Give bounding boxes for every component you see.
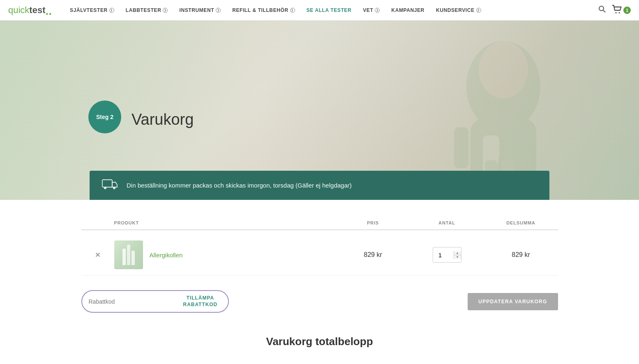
cart-actions: TILLÄMPARABATTKOD UPPDATERA VARUKORG — [81, 284, 558, 319]
nav-item-refill[interactable]: REFILL & TILLBEHÖR ❯ — [226, 0, 301, 21]
chevron-down-icon: ❯ — [163, 8, 168, 13]
nav-item-självtester[interactable]: SJÄLVTESTER ❯ — [64, 0, 120, 21]
main-nav: SJÄLVTESTER ❯ LABBTESTER ❯ INSTRUMENT ❯ … — [64, 0, 598, 21]
col-header-produkt: PRODUKT — [114, 220, 336, 225]
thumb-tube — [127, 245, 130, 265]
step-label: Steg 2 — [96, 114, 113, 120]
nav-label: SE ALLA TESTER — [307, 7, 352, 13]
main-content: PRODUKT PRIS ANTAL DELSUMMA ✕ Allergikol… — [73, 200, 566, 364]
nav-item-instrument[interactable]: INSTRUMENT ❯ — [173, 0, 226, 21]
svg-point-6 — [479, 41, 528, 98]
cart-button[interactable]: 1 — [612, 5, 631, 16]
table-row: ✕ Allergikollen 829 kr ▲ ▼ 829 — [81, 234, 558, 276]
chevron-down-icon: ❯ — [109, 8, 114, 13]
cart-total-section: Varukorg totalbelopp — [81, 335, 558, 348]
thumb-tube — [122, 249, 126, 265]
quantity-input[interactable] — [433, 252, 454, 259]
truck-icon — [102, 178, 118, 192]
coupon-input[interactable] — [89, 298, 179, 305]
quantity-up-arrow[interactable]: ▲ — [454, 251, 461, 255]
nav-label: KUNDSERVICE — [436, 7, 475, 13]
nav-label: VET — [363, 7, 373, 13]
nav-label: KAMPANJER — [391, 7, 424, 13]
table-header: PRODUKT PRIS ANTAL DELSUMMA — [81, 216, 558, 230]
site-header: quicktest.. SJÄLVTESTER ❯ LABBTESTER ❯ I… — [0, 0, 639, 21]
coupon-wrap: TILLÄMPARABATTKOD — [81, 290, 229, 313]
product-subtotal: 829 kr — [484, 251, 558, 259]
nav-item-vet[interactable]: VET ❯ — [357, 0, 385, 21]
svg-point-0 — [599, 6, 604, 11]
shipping-message: Din beställning kommer packas och skicka… — [127, 182, 352, 189]
nav-label: INSTRUMENT — [179, 7, 214, 13]
col-header-delsumma: DELSUMMA — [484, 220, 558, 225]
apply-coupon-button[interactable]: TILLÄMPARABATTKOD — [179, 295, 222, 308]
col-header-pris: PRIS — [336, 220, 410, 225]
svg-point-13 — [104, 187, 106, 189]
chevron-down-icon: ❯ — [216, 8, 221, 13]
chevron-down-icon: ❯ — [476, 8, 481, 13]
product-thumb-inner — [122, 245, 135, 265]
svg-rect-12 — [102, 180, 112, 187]
product-price: 829 kr — [336, 251, 410, 259]
remove-item-button[interactable]: ✕ — [81, 251, 114, 259]
update-cart-button[interactable]: UPPDATERA VARUKORG — [468, 293, 558, 310]
nav-label: REFILL & TILLBEHÖR — [232, 7, 288, 13]
svg-line-1 — [603, 10, 605, 12]
quantity-input-wrap[interactable]: ▲ ▼ — [433, 247, 461, 263]
logo-test: test — [29, 5, 45, 16]
cart-icon — [612, 5, 623, 16]
svg-point-2 — [616, 12, 617, 13]
product-cell: Allergikollen — [114, 240, 336, 269]
cart-badge: 1 — [623, 7, 631, 14]
step-badge: Steg 2 — [88, 101, 121, 133]
nav-item-se-alla-tester[interactable]: SE ALLA TESTER — [301, 0, 358, 21]
header-icons: 1 — [598, 5, 631, 16]
col-header-antal: ANTAL — [410, 220, 484, 225]
quantity-arrows: ▲ ▼ — [454, 251, 461, 259]
svg-rect-8 — [454, 127, 468, 168]
logo-quick: quick — [8, 5, 29, 16]
nav-label: SJÄLVTESTER — [70, 7, 108, 13]
col-header-remove — [81, 220, 114, 225]
nav-item-kampanjer[interactable]: KAMPANJER — [385, 0, 430, 21]
svg-point-14 — [113, 187, 115, 189]
hero-section: Steg 2 Varukorg Din beställning kommer p… — [0, 21, 639, 200]
chevron-down-icon: ❯ — [375, 8, 380, 13]
quantity-down-arrow[interactable]: ▼ — [454, 255, 461, 259]
nav-item-labbtester[interactable]: LABBTESTER ❯ — [120, 0, 174, 21]
nav-label: LABBTESTER — [126, 7, 161, 13]
nav-item-kundservice[interactable]: KUNDSERVICE ❯ — [430, 0, 487, 21]
page-title: Varukorg — [131, 111, 194, 128]
product-thumbnail — [114, 240, 143, 269]
cart-total-title: Varukorg totalbelopp — [81, 335, 558, 348]
thumb-tube — [131, 251, 135, 265]
shipping-banner: Din beställning kommer packas och skicka… — [90, 171, 549, 200]
search-button[interactable] — [598, 5, 606, 15]
site-logo[interactable]: quicktest.. — [8, 5, 52, 16]
chevron-down-icon: ❯ — [290, 8, 295, 13]
svg-point-3 — [619, 12, 620, 13]
quantity-cell: ▲ ▼ — [410, 247, 484, 263]
product-name[interactable]: Allergikollen — [150, 252, 183, 259]
